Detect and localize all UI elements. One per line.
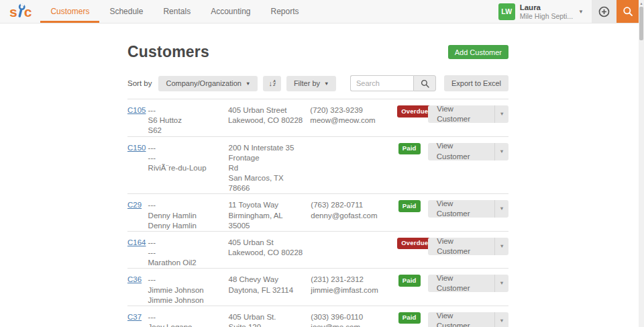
customer-id-link[interactable]: C164 bbox=[127, 238, 146, 246]
customer-name-cell-line: Denny Hamlin bbox=[148, 221, 223, 231]
customer-name-cell-line: Marathon Oil2 bbox=[148, 258, 222, 268]
user-company: Mile High Septi... bbox=[520, 12, 573, 21]
view-customer-caret-button[interactable]: ▼ bbox=[494, 275, 508, 292]
scrollbar-thumb[interactable] bbox=[639, 7, 643, 40]
customer-id-link[interactable]: C36 bbox=[127, 275, 142, 283]
title-row: Customers Add Customer bbox=[127, 43, 508, 61]
search-submit-button[interactable] bbox=[413, 75, 436, 91]
customer-address-cell-line: 11 Toyota Way bbox=[229, 200, 306, 210]
view-customer-button[interactable]: View Customer▼ bbox=[428, 312, 508, 327]
view-customer-button[interactable]: View Customer▼ bbox=[428, 105, 508, 123]
status-cell: Paid bbox=[398, 312, 428, 327]
customer-address-cell-line: San Marcos, TX 78666 bbox=[229, 173, 306, 193]
customer-address-cell-line: Lakewood, CO 80228 bbox=[228, 248, 305, 258]
view-customer-label: View Customer bbox=[428, 275, 494, 292]
sort-order-button[interactable]: ↓AZ bbox=[263, 76, 280, 91]
user-name: Laura bbox=[520, 3, 573, 12]
global-search-button[interactable] bbox=[616, 0, 639, 23]
customer-name-cell: ------RiviÃ¨re-du-Loup bbox=[148, 143, 229, 194]
view-customer-label: View Customer bbox=[428, 105, 494, 123]
customer-name-cell-line: Joey Logano bbox=[148, 322, 223, 327]
customer-name-cell-line: S62 bbox=[148, 126, 222, 136]
table-row: C105---S6 HuttozS62405 Urban StreetLakew… bbox=[127, 99, 508, 137]
customer-address-cell-line: Lakewood, CO 80228 bbox=[228, 115, 305, 126]
customer-id-link[interactable]: C37 bbox=[127, 313, 142, 321]
user-menu[interactable]: LW Laura Mile High Septi... ▼ bbox=[490, 0, 592, 23]
status-badge: Paid bbox=[398, 143, 421, 155]
customer-name-cell-line: RiviÃ¨re-du-Loup bbox=[148, 163, 223, 173]
customer-contact-cell-line: (763) 282-0711 bbox=[311, 200, 394, 210]
customer-id-cell: C164 bbox=[127, 238, 148, 269]
action-cell: View Customer▼ bbox=[428, 200, 508, 231]
customer-name-cell-line: Denny Hamlin bbox=[148, 211, 223, 221]
view-customer-button[interactable]: View Customer▼ bbox=[428, 238, 508, 255]
nav-item-rentals[interactable]: Rentals bbox=[153, 0, 201, 23]
action-cell: View Customer▼ bbox=[428, 143, 508, 194]
customer-address-cell-line: 405 Urban Street bbox=[228, 105, 305, 115]
avatar: LW bbox=[498, 3, 515, 20]
sort-by-label: Sort by bbox=[127, 79, 152, 87]
top-navbar: s c Customers Schedule Rentals Accountin… bbox=[0, 0, 644, 24]
app-logo[interactable]: s c bbox=[0, 0, 40, 23]
customer-contact-cell-line: (720) 323-9239 bbox=[310, 105, 393, 115]
customer-name-cell: ---S6 HuttozS62 bbox=[148, 105, 227, 136]
user-info: Laura Mile High Septi... bbox=[520, 3, 573, 21]
quick-add-button[interactable] bbox=[592, 0, 616, 23]
nav-item-customers[interactable]: Customers bbox=[40, 0, 99, 23]
view-customer-button[interactable]: View Customer▼ bbox=[428, 200, 508, 218]
customer-address-cell: 200 N Interstate 35 FrontageRdSan Marcos… bbox=[229, 143, 311, 194]
customer-address-cell: 48 Chevy WayDaytona, FL 32114 bbox=[229, 275, 311, 306]
customer-contact-cell-line: (231) 231-2312 bbox=[311, 275, 394, 285]
customer-id-link[interactable]: C29 bbox=[127, 201, 142, 209]
nav-item-schedule[interactable]: Schedule bbox=[99, 0, 153, 23]
view-customer-label: View Customer bbox=[428, 312, 494, 327]
view-customer-caret-button[interactable]: ▼ bbox=[494, 312, 508, 327]
customer-name-cell-line: --- bbox=[148, 248, 222, 258]
sort-field-value: Company/Organization bbox=[166, 79, 241, 87]
view-customer-button[interactable]: View Customer▼ bbox=[428, 143, 508, 160]
status-cell: Overdue bbox=[397, 105, 428, 136]
add-customer-button[interactable]: Add Customer bbox=[448, 45, 508, 59]
nav-item-reports[interactable]: Reports bbox=[261, 0, 309, 23]
view-customer-button[interactable]: View Customer▼ bbox=[428, 275, 508, 292]
view-customer-caret-button[interactable]: ▼ bbox=[494, 143, 508, 160]
filter-by-dropdown[interactable]: Filter by ▼ bbox=[286, 76, 337, 91]
customer-name-cell: ------Marathon Oil2 bbox=[148, 238, 227, 269]
customer-address-cell-line: Birmingham, AL 35005 bbox=[229, 211, 306, 231]
view-customer-label: View Customer bbox=[428, 238, 494, 255]
navbar-right: LW Laura Mile High Septi... ▼ bbox=[490, 0, 644, 23]
sort-field-dropdown[interactable]: Company/Organization ▼ bbox=[158, 76, 258, 91]
customer-name-cell-line: --- bbox=[148, 200, 223, 210]
status-cell: Paid bbox=[398, 275, 428, 306]
list-controls: Sort by Company/Organization ▼ ↓AZ Filte… bbox=[127, 75, 508, 91]
customer-contact-cell-line: (303) 396-0110 bbox=[311, 312, 394, 322]
customer-name-cell-line: --- bbox=[148, 275, 223, 285]
page-scrollbar[interactable]: ▲ bbox=[639, 0, 644, 327]
customer-name-cell: ---Jimmie JohnsonJimmie Johnson bbox=[148, 275, 229, 306]
view-customer-caret-button[interactable]: ▼ bbox=[494, 238, 508, 255]
chevron-down-icon: ▼ bbox=[578, 9, 584, 15]
customer-table: C105---S6 HuttozS62405 Urban StreetLakew… bbox=[127, 99, 508, 327]
customer-name-cell: ---Denny HamlinDenny Hamlin bbox=[148, 200, 229, 231]
customer-name-cell-line: Jimmie Johnson bbox=[148, 285, 223, 295]
customer-id-cell: C29 bbox=[127, 200, 148, 231]
customer-name-cell: ---Joey LoganoJoey Logano bbox=[148, 312, 229, 327]
customer-contact-cell-line: meow@meow.com bbox=[310, 115, 393, 126]
customer-id-cell: C105 bbox=[127, 105, 148, 136]
customer-address-cell-line: Daytona, FL 32114 bbox=[229, 285, 306, 295]
customer-id-cell: C36 bbox=[127, 275, 148, 306]
search-input[interactable] bbox=[350, 75, 413, 91]
table-row: C36---Jimmie JohnsonJimmie Johnson48 Che… bbox=[127, 269, 508, 306]
customer-id-cell: C37 bbox=[127, 312, 148, 327]
view-customer-caret-button[interactable]: ▼ bbox=[494, 105, 508, 123]
nav-item-accounting[interactable]: Accounting bbox=[201, 0, 260, 23]
action-cell: View Customer▼ bbox=[428, 105, 508, 136]
export-to-excel-button[interactable]: Export to Excel bbox=[444, 75, 508, 91]
view-customer-caret-button[interactable]: ▼ bbox=[494, 200, 508, 218]
action-cell: View Customer▼ bbox=[428, 238, 508, 269]
customer-id-link[interactable]: C150 bbox=[127, 144, 146, 152]
customer-id-link[interactable]: C105 bbox=[127, 106, 146, 114]
table-row: C37---Joey LoganoJoey Logano405 Urban St… bbox=[127, 306, 508, 327]
customer-contact-cell bbox=[310, 238, 397, 269]
scroll-up-arrow[interactable]: ▲ bbox=[639, 1, 644, 6]
